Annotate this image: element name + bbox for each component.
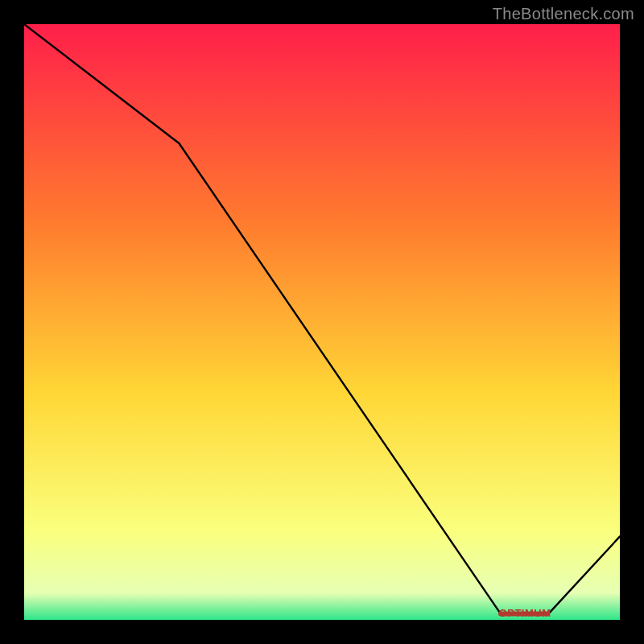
bottleneck-chart <box>24 24 620 620</box>
gradient-background <box>24 24 620 620</box>
chart-frame: TheBottleneck.com OPTIMUM <box>0 0 644 644</box>
attribution-label: TheBottleneck.com <box>493 5 634 23</box>
optimum-label: OPTIMUM <box>499 607 551 619</box>
